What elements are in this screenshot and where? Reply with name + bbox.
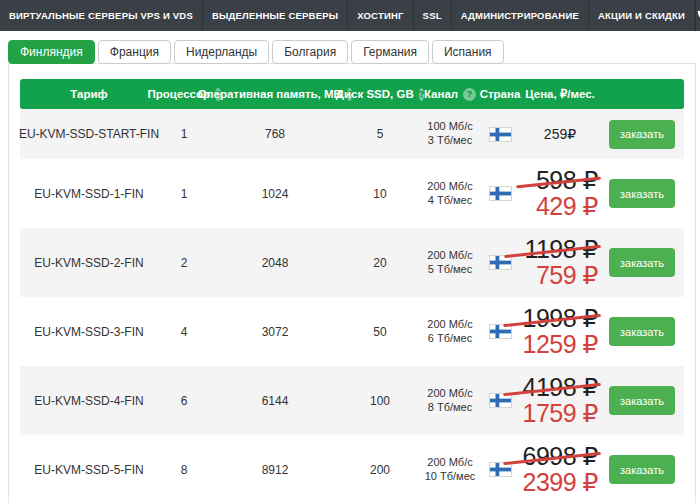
price: 259₽	[544, 126, 576, 142]
table-header: Тариф Процессор? Оперативная память, МВ?…	[20, 79, 684, 109]
order-button[interactable]: заказать	[609, 386, 675, 415]
ram-cell: 8912	[210, 463, 340, 477]
action-cell: заказать	[600, 179, 684, 208]
country-cell	[480, 127, 520, 142]
tariff-cell: EU-KVM-SSD-1-FIN	[20, 187, 158, 201]
tab-netherlands[interactable]: Нидерланды	[174, 40, 269, 64]
column-header-price: Цена, ₽/мес.	[520, 87, 600, 101]
new-price: 429 ₽	[536, 193, 598, 219]
order-button[interactable]: заказать	[609, 248, 675, 277]
old-price: 6998 ₽	[523, 444, 598, 470]
tab-germany[interactable]: Германия	[351, 40, 429, 64]
country-cell	[480, 462, 520, 477]
tariff-cell: EU-KVM-SSD-2-FIN	[20, 256, 158, 270]
channel-cell: 200 Мб/с10 Тб/мес	[420, 456, 480, 484]
finland-flag-icon	[489, 462, 512, 477]
price-cell: 598 ₽429 ₽	[520, 168, 600, 220]
finland-flag-icon	[489, 127, 512, 142]
country-cell	[480, 324, 520, 339]
table-row: EU-KVM-SSD-1-FIN 1 1024 10 200 Мб/с4 Тб/…	[20, 159, 684, 228]
cpu-cell: 6	[158, 394, 210, 408]
finland-flag-icon	[489, 186, 512, 201]
tariff-panel: Тариф Процессор? Оперативная память, МВ?…	[8, 63, 696, 503]
ram-cell: 1024	[210, 187, 340, 201]
table-row: EU-KVM-SSD-5-FIN 8 8912 200 200 Мб/с10 Т…	[20, 435, 684, 503]
new-price: 1259 ₽	[523, 331, 598, 357]
order-button[interactable]: заказать	[609, 179, 675, 208]
disk-cell: 200	[340, 463, 420, 477]
order-button[interactable]: заказать	[609, 120, 675, 149]
action-cell: заказать	[600, 386, 684, 415]
new-price: 1759 ₽	[523, 400, 598, 426]
channel-cell: 200 Мб/с5 Тб/мес	[420, 249, 480, 277]
new-price: 2399 ₽	[523, 469, 598, 495]
ram-cell: 2048	[210, 256, 340, 270]
ram-cell: 3072	[210, 325, 340, 339]
ram-cell: 768	[210, 127, 340, 141]
old-price: 598 ₽	[536, 168, 598, 194]
price-cell: 4198 ₽1759 ₽	[520, 375, 600, 427]
help-icon[interactable]: ?	[463, 88, 476, 101]
price-cell: 1198 ₽759 ₽	[520, 237, 600, 289]
tab-france[interactable]: Франция	[98, 40, 171, 64]
country-tabs: Финляндия Франция Нидерланды Болгария Ге…	[8, 40, 700, 64]
nav-item-dedicated[interactable]: ВЫДЕЛЕННЫЕ СЕРВЕРЫ	[203, 0, 348, 31]
cpu-cell: 4	[158, 325, 210, 339]
tab-bulgaria[interactable]: Болгария	[272, 40, 348, 64]
cpu-cell: 2	[158, 256, 210, 270]
tab-finland[interactable]: Финляндия	[8, 40, 95, 64]
column-header-channel: Канал?	[420, 88, 480, 101]
top-nav: ВИРТУАЛЬНЫЕ СЕРВЕРЫ VPS И VDS ВЫДЕЛЕННЫЕ…	[0, 0, 700, 31]
nav-item-promotions[interactable]: АКЦИИ И СКИДКИ	[589, 0, 695, 31]
channel-cell: 200 Мб/с6 Тб/мес	[420, 318, 480, 346]
country-cell	[480, 393, 520, 408]
finland-flag-icon	[489, 324, 512, 339]
tab-spain[interactable]: Испания	[432, 40, 504, 64]
column-header-country: Страна	[480, 88, 520, 100]
price-cell: 1998 ₽1259 ₽	[520, 306, 600, 358]
tariff-cell: EU-KVM-SSD-5-FIN	[20, 463, 158, 477]
old-price: 4198 ₽	[523, 375, 598, 401]
table-row: EU-KVM-SSD-2-FIN 2 2048 20 200 Мб/с5 Тб/…	[20, 228, 684, 297]
disk-cell: 10	[340, 187, 420, 201]
order-button[interactable]: заказать	[609, 455, 675, 484]
ram-cell: 6144	[210, 394, 340, 408]
new-price: 759 ₽	[536, 262, 598, 288]
nav-item-hosting[interactable]: ХОСТИНГ	[348, 0, 413, 31]
price-cell: 6998 ₽2399 ₽	[520, 444, 600, 496]
cpu-cell: 1	[158, 187, 210, 201]
action-cell: заказать	[600, 120, 684, 149]
old-price: 1198 ₽	[524, 237, 598, 263]
nav-item-ssl[interactable]: SSL	[414, 0, 452, 31]
column-header-tariff: Тариф	[20, 88, 158, 100]
country-cell	[480, 186, 520, 201]
action-cell: заказать	[600, 455, 684, 484]
cpu-cell: 8	[158, 463, 210, 477]
tariff-cell: EU-KVM-SSD-START-FIN	[20, 127, 158, 141]
disk-cell: 50	[340, 325, 420, 339]
nav-item-administration[interactable]: АДМИНИСТРИРОВАНИЕ	[452, 0, 589, 31]
column-header-ram: Оперативная память, МВ?	[210, 88, 340, 101]
table-row: EU-KVM-SSD-3-FIN 4 3072 50 200 Мб/с6 Тб/…	[20, 297, 684, 366]
table-row: EU-KVM-SSD-4-FIN 6 6144 100 200 Мб/с8 Тб…	[20, 366, 684, 435]
old-price: 1998 ₽	[523, 306, 598, 332]
disk-cell: 100	[340, 394, 420, 408]
column-header-disk: Диск SSD, GB?	[340, 88, 420, 101]
table-row: EU-KVM-SSD-START-FIN 1 768 5 100 Мб/с3 Т…	[20, 109, 684, 159]
action-cell: заказать	[600, 248, 684, 277]
finland-flag-icon	[489, 393, 512, 408]
order-button[interactable]: заказать	[609, 317, 675, 346]
price-cell: 259₽	[520, 126, 600, 142]
disk-cell: 5	[340, 127, 420, 141]
disk-cell: 20	[340, 256, 420, 270]
channel-cell: 200 Мб/с8 Тб/мес	[420, 387, 480, 415]
tariff-cell: EU-KVM-SSD-4-FIN	[20, 394, 158, 408]
phone-icon[interactable]	[695, 0, 700, 31]
cpu-cell: 1	[158, 127, 210, 141]
nav-item-vps[interactable]: ВИРТУАЛЬНЫЕ СЕРВЕРЫ VPS И VDS	[0, 0, 203, 31]
channel-cell: 200 Мб/с4 Тб/мес	[420, 180, 480, 208]
finland-flag-icon	[489, 255, 512, 270]
channel-cell: 100 Мб/с3 Тб/мес	[420, 120, 480, 148]
tariff-cell: EU-KVM-SSD-3-FIN	[20, 325, 158, 339]
country-cell	[480, 255, 520, 270]
